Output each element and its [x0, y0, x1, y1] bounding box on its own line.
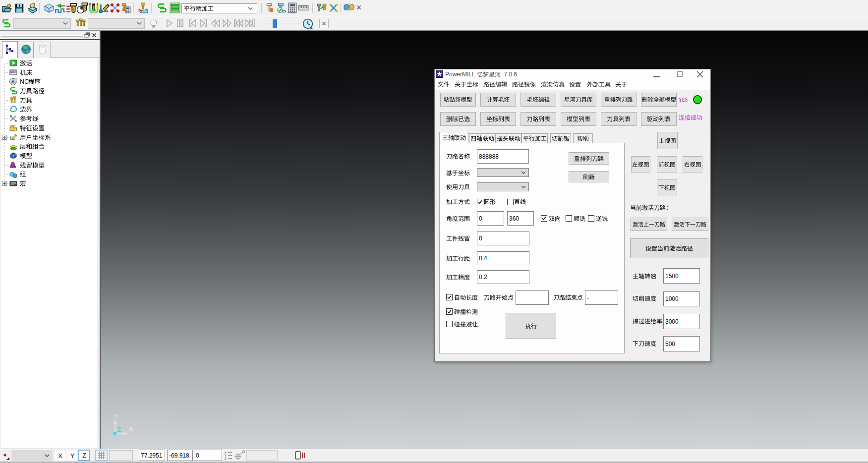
svg-text:Z: Z — [117, 426, 121, 433]
svg-text:Y: Y — [114, 413, 118, 420]
svg-text:Z: Z — [225, 457, 227, 460]
svg-text:X: X — [129, 426, 133, 433]
